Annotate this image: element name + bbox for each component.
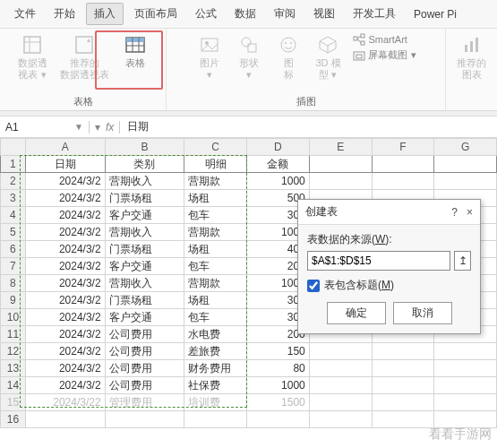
smartart-button[interactable]: SmartArt xyxy=(350,32,418,47)
row-header[interactable]: 6 xyxy=(1,241,26,258)
cell[interactable] xyxy=(309,343,372,360)
shapes-button[interactable]: 形状▾ xyxy=(232,32,266,82)
row-header[interactable]: 8 xyxy=(1,275,26,292)
cell[interactable]: 水电费 xyxy=(184,326,247,343)
cell[interactable] xyxy=(372,343,434,360)
cell[interactable]: 包车 xyxy=(184,207,247,224)
cell[interactable]: 社保费 xyxy=(184,377,247,394)
menu-view[interactable]: 视图 xyxy=(306,4,342,24)
cell[interactable]: 金额 xyxy=(247,156,310,173)
col-header-g[interactable]: G xyxy=(434,139,497,156)
recommended-pivot-button[interactable]: 推荐的数据透视表 xyxy=(56,32,113,82)
cell[interactable]: 2024/3/2 xyxy=(25,326,105,343)
cell[interactable] xyxy=(434,173,497,190)
cell[interactable]: 2024/3/2 xyxy=(25,309,105,326)
col-header-f[interactable]: F xyxy=(372,139,434,156)
cell[interactable]: 公司费用 xyxy=(105,343,184,360)
row-header[interactable]: 2 xyxy=(1,173,26,190)
has-headers-checkbox[interactable] xyxy=(307,280,320,292)
source-range-input[interactable] xyxy=(307,251,450,271)
cell[interactable]: 场租 xyxy=(184,190,247,207)
col-header-a[interactable]: A xyxy=(25,139,105,156)
cell[interactable]: 2024/3/22 xyxy=(25,394,105,411)
cell[interactable]: 2024/3/2 xyxy=(25,190,105,207)
cell[interactable]: 差旅费 xyxy=(184,343,247,360)
cell[interactable] xyxy=(372,394,434,411)
menu-formulas[interactable]: 公式 xyxy=(188,4,224,24)
row-header[interactable]: 3 xyxy=(1,190,26,207)
cancel-button[interactable]: 取消 xyxy=(393,302,452,324)
cell[interactable]: 客户交通 xyxy=(105,258,184,275)
cell[interactable] xyxy=(434,360,497,377)
menu-power-pivot[interactable]: Power Pi xyxy=(407,5,464,23)
cell[interactable]: 2024/3/2 xyxy=(25,224,105,241)
formula-value[interactable]: 日期 xyxy=(120,119,156,134)
col-header-c[interactable]: C xyxy=(184,139,247,156)
cell[interactable]: 门票场租 xyxy=(105,190,184,207)
cell[interactable] xyxy=(184,411,247,428)
cell[interactable]: 类别 xyxy=(105,156,184,173)
close-icon[interactable]: × xyxy=(467,206,473,219)
cell[interactable]: 门票场租 xyxy=(105,292,184,309)
col-header-b[interactable]: B xyxy=(105,139,184,156)
cell[interactable]: 1500 xyxy=(247,394,310,411)
icons-button[interactable]: 图标 xyxy=(271,32,305,82)
cell[interactable]: 2024/3/2 xyxy=(25,360,105,377)
cell[interactable]: 管理费用 xyxy=(105,394,184,411)
row-header[interactable]: 12 xyxy=(1,343,26,360)
cell[interactable] xyxy=(309,377,372,394)
menu-file[interactable]: 文件 xyxy=(7,4,43,24)
screenshot-button[interactable]: 屏幕截图 ▾ xyxy=(350,47,418,63)
cell[interactable]: 2024/3/2 xyxy=(25,275,105,292)
cell[interactable]: 培训费 xyxy=(184,394,247,411)
help-icon[interactable]: ? xyxy=(451,206,458,219)
cell[interactable] xyxy=(372,377,434,394)
pivot-table-button[interactable]: 数据透视表 ▾ xyxy=(14,32,51,82)
row-header[interactable]: 4 xyxy=(1,207,26,224)
cell[interactable]: 包车 xyxy=(184,258,247,275)
cell[interactable]: 财务费用 xyxy=(184,360,247,377)
row-header[interactable]: 7 xyxy=(1,258,26,275)
col-header-e[interactable]: E xyxy=(309,139,372,156)
cell[interactable]: 门票场租 xyxy=(105,241,184,258)
cell[interactable] xyxy=(434,343,497,360)
cell[interactable]: 2024/3/2 xyxy=(25,292,105,309)
row-header[interactable]: 11 xyxy=(1,326,26,343)
cell[interactable]: 营期收入 xyxy=(105,173,184,190)
cell[interactable]: 80 xyxy=(247,360,310,377)
cell[interactable]: 公司费用 xyxy=(105,360,184,377)
pictures-button[interactable]: 图片▾ xyxy=(193,32,227,82)
cell[interactable]: 场租 xyxy=(184,292,247,309)
row-header[interactable]: 5 xyxy=(1,224,26,241)
cell[interactable] xyxy=(372,411,434,428)
cell[interactable] xyxy=(372,173,434,190)
cell[interactable]: 明细 xyxy=(184,156,247,173)
cell[interactable]: 1000 xyxy=(247,377,310,394)
cell[interactable]: 场租 xyxy=(184,241,247,258)
name-box[interactable]: A1 ▼ xyxy=(0,121,90,134)
cell[interactable]: 1000 xyxy=(247,173,310,190)
cell[interactable]: 2024/3/2 xyxy=(25,207,105,224)
menu-data[interactable]: 数据 xyxy=(227,4,263,24)
menu-developer[interactable]: 开发工具 xyxy=(346,4,403,24)
3d-models-button[interactable]: 3D 模型 ▾ xyxy=(311,32,345,82)
row-header[interactable]: 9 xyxy=(1,292,26,309)
cell[interactable] xyxy=(434,156,497,173)
row-header[interactable]: 1 xyxy=(1,156,26,173)
cell[interactable] xyxy=(105,411,184,428)
dialog-titlebar[interactable]: 创建表 ? × xyxy=(298,200,480,225)
row-header[interactable]: 13 xyxy=(1,360,26,377)
cell[interactable]: 客户交通 xyxy=(105,309,184,326)
cell[interactable]: 2024/3/2 xyxy=(25,343,105,360)
cell[interactable] xyxy=(309,394,372,411)
menu-home[interactable]: 开始 xyxy=(47,4,82,24)
cell[interactable]: 营期收入 xyxy=(105,224,184,241)
fx-icon[interactable]: fx xyxy=(106,121,114,134)
cell[interactable] xyxy=(247,411,310,428)
cell[interactable] xyxy=(372,360,434,377)
cell[interactable]: 2024/3/2 xyxy=(25,258,105,275)
cell[interactable] xyxy=(309,360,372,377)
menu-page-layout[interactable]: 页面布局 xyxy=(127,4,184,24)
cell[interactable] xyxy=(309,156,372,173)
ok-button[interactable]: 确定 xyxy=(327,302,386,324)
